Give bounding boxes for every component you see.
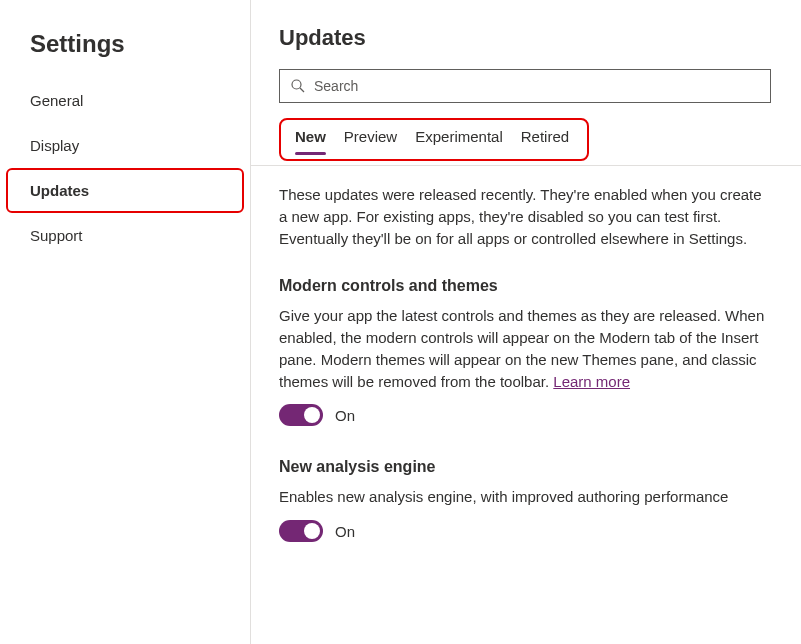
section-desc-text: Give your app the latest controls and th… <box>279 307 764 389</box>
toggle-row: On <box>279 404 771 426</box>
toggle-row: On <box>279 520 771 542</box>
section-description: Enables new analysis engine, with improv… <box>279 486 771 508</box>
sidebar-item-updates[interactable]: Updates <box>6 168 244 213</box>
learn-more-link[interactable]: Learn more <box>553 373 630 390</box>
sidebar: Settings General Display Updates Support <box>0 0 251 644</box>
section-description: Give your app the latest controls and th… <box>279 305 771 392</box>
intro-text: These updates were released recently. Th… <box>279 184 771 249</box>
section-title: New analysis engine <box>279 458 771 476</box>
toggle-knob <box>304 407 320 423</box>
tab-preview[interactable]: Preview <box>344 128 397 149</box>
tabs-container: New Preview Experimental Retired <box>279 118 589 161</box>
tabs-divider <box>251 165 801 166</box>
page-title: Updates <box>279 25 771 51</box>
sidebar-item-display[interactable]: Display <box>0 123 250 168</box>
search-icon <box>290 78 306 94</box>
toggle-label: On <box>335 407 355 424</box>
sidebar-title: Settings <box>0 20 250 78</box>
svg-point-0 <box>292 80 301 89</box>
section-modern-controls: Modern controls and themes Give your app… <box>279 277 771 426</box>
sidebar-item-support[interactable]: Support <box>0 213 250 258</box>
svg-line-1 <box>300 88 304 92</box>
search-box[interactable] <box>279 69 771 103</box>
main-content: Updates New Preview Experimental Retired… <box>251 0 801 644</box>
section-new-analysis-engine: New analysis engine Enables new analysis… <box>279 458 771 542</box>
tab-new[interactable]: New <box>295 128 326 149</box>
toggle-modern-controls[interactable] <box>279 404 323 426</box>
tab-retired[interactable]: Retired <box>521 128 569 149</box>
tab-experimental[interactable]: Experimental <box>415 128 503 149</box>
toggle-knob <box>304 523 320 539</box>
toggle-analysis-engine[interactable] <box>279 520 323 542</box>
search-input[interactable] <box>314 78 760 94</box>
toggle-label: On <box>335 523 355 540</box>
sidebar-item-general[interactable]: General <box>0 78 250 123</box>
section-title: Modern controls and themes <box>279 277 771 295</box>
